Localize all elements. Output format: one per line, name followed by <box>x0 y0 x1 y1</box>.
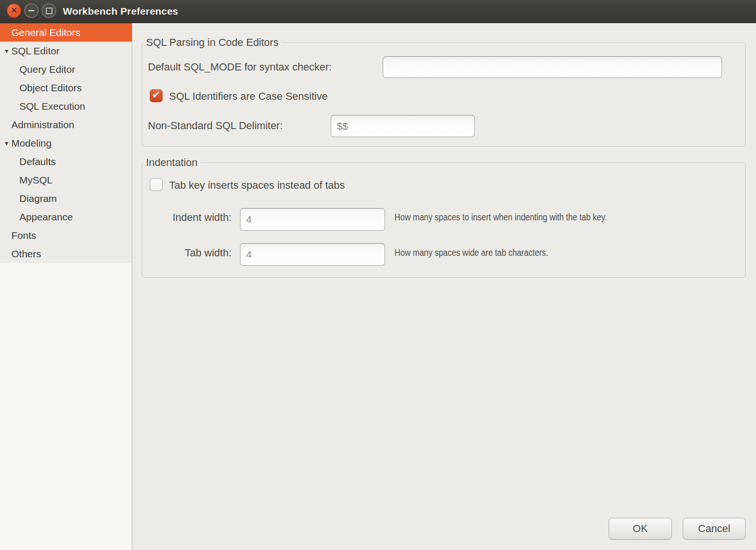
sidebar-item-object-editors[interactable]: Object Editors <box>0 79 132 97</box>
close-icon: ✕ <box>10 6 17 15</box>
sidebar-item-label: MySQL <box>0 175 52 185</box>
sidebar-item-query-editor[interactable]: Query Editor <box>0 60 132 79</box>
sidebar-item-diagram[interactable]: Diagram <box>0 189 132 208</box>
sidebar-item-label: Administration <box>0 119 74 130</box>
sidebar-item-label: Query Editor <box>0 64 75 75</box>
minimize-icon <box>28 10 34 11</box>
sidebar-item-label: Defaults <box>0 156 56 167</box>
sidebar-item-label: General Editors <box>0 27 80 38</box>
sql-parsing-group-title: SQL Parsing in Code Editors <box>145 36 281 49</box>
window-title: Workbench Preferences <box>63 0 178 23</box>
case-sensitive-checkbox[interactable]: ✔ <box>150 89 163 102</box>
minimize-button[interactable] <box>24 3 39 18</box>
maximize-button[interactable] <box>42 3 56 18</box>
tab-width-hint: How many spaces wide are tab characters. <box>395 247 548 258</box>
tab-width-input[interactable] <box>240 243 385 266</box>
indentation-group-title: Indentation <box>145 157 200 169</box>
sql-mode-input[interactable] <box>383 56 722 78</box>
indent-width-input[interactable] <box>240 208 385 231</box>
checkmark-icon: ✔ <box>152 90 160 100</box>
expander-triangle-icon[interactable]: ▾ <box>2 134 11 152</box>
case-sensitive-label: SQL Identifiers are Case Sensitive <box>169 90 327 103</box>
indent-width-label: Indent width: <box>148 211 232 224</box>
sidebar-item-sql-editor[interactable]: ▾SQL Editor <box>0 42 132 60</box>
maximize-icon <box>46 8 52 14</box>
sidebar-item-label: Diagram <box>0 193 57 204</box>
sidebar-item-general-editors[interactable]: General Editors <box>0 23 132 42</box>
cancel-button[interactable]: Cancel <box>683 518 746 540</box>
delimiter-label: Non-Standard SQL Delimiter: <box>148 120 283 132</box>
expander-triangle-icon[interactable]: ▾ <box>2 42 11 60</box>
sidebar-item-fonts[interactable]: Fonts <box>0 226 132 244</box>
indent-width-hint: How many spaces to insert when indenting… <box>395 212 607 223</box>
preferences-window: ✕ Workbench Preferences General Editors▾… <box>0 0 756 550</box>
sidebar-item-defaults[interactable]: Defaults <box>0 152 132 171</box>
sidebar-item-label: SQL Execution <box>0 101 85 112</box>
delimiter-input[interactable] <box>331 115 475 137</box>
sidebar-item-label: Appearance <box>0 211 73 222</box>
sidebar-tree[interactable]: General Editors▾SQL EditorQuery EditorOb… <box>0 23 132 263</box>
sidebar-item-appearance[interactable]: Appearance <box>0 208 132 226</box>
titlebar-highlight <box>132 23 756 24</box>
sql-mode-label: Default SQL_MODE for syntax checker: <box>148 61 332 73</box>
sidebar-item-administration[interactable]: Administration <box>0 115 132 134</box>
close-button[interactable]: ✕ <box>7 3 21 18</box>
titlebar[interactable]: ✕ Workbench Preferences <box>0 0 756 23</box>
sidebar-item-label: Fonts <box>0 230 36 241</box>
tab-width-label: Tab width: <box>148 247 232 259</box>
sidebar-item-label: Others <box>0 248 41 259</box>
sidebar-item-modeling[interactable]: ▾Modeling <box>0 134 132 152</box>
tab-spaces-checkbox[interactable]: ✔ <box>150 178 163 191</box>
sidebar-item-sql-execution[interactable]: SQL Execution <box>0 97 132 115</box>
sidebar-item-others[interactable]: Others <box>0 244 132 263</box>
sidebar-divider-highlight <box>132 23 133 550</box>
tab-spaces-label: Tab key inserts spaces instead of tabs <box>169 179 345 192</box>
sidebar-item-mysql[interactable]: MySQL <box>0 171 132 189</box>
ok-button[interactable]: OK <box>609 518 672 540</box>
sidebar-item-label: Object Editors <box>0 82 82 93</box>
